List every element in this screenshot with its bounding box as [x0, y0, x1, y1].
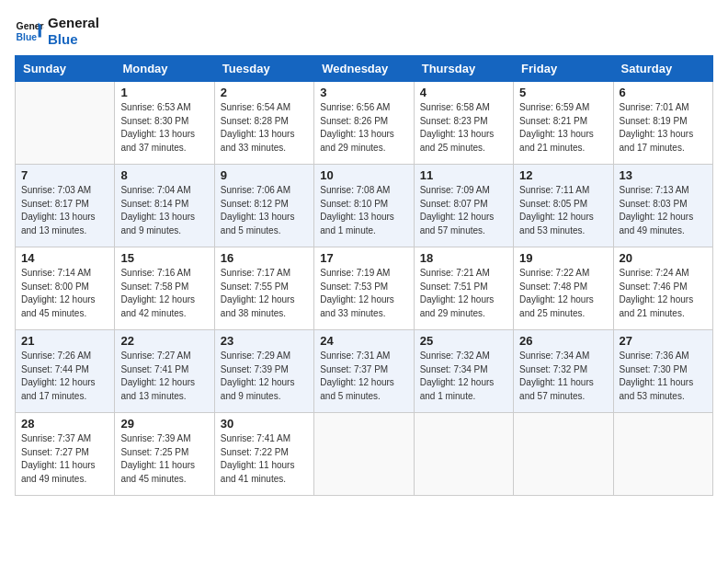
day-info: Sunrise: 6:56 AMSunset: 8:26 PMDaylight:… [320, 101, 407, 155]
page-header: General Blue General Blue [15, 15, 713, 48]
calendar-table: SundayMondayTuesdayWednesdayThursdayFrid… [15, 55, 713, 496]
logo-text-blue: Blue [48, 31, 99, 48]
calendar-cell: 12Sunrise: 7:11 AMSunset: 8:05 PMDayligh… [514, 165, 613, 247]
day-number: 9 [221, 168, 308, 182]
day-number: 3 [320, 86, 407, 99]
calendar-cell: 25Sunrise: 7:32 AMSunset: 7:34 PMDayligh… [414, 330, 513, 413]
day-info: Sunrise: 7:06 AMSunset: 8:12 PMDaylight:… [221, 184, 308, 237]
calendar-cell: 11Sunrise: 7:09 AMSunset: 8:07 PMDayligh… [414, 165, 513, 247]
day-number: 26 [519, 334, 607, 348]
day-info: Sunrise: 6:53 AMSunset: 8:30 PMDaylight:… [120, 101, 208, 155]
logo: General Blue General Blue [15, 15, 99, 48]
calendar-cell: 1Sunrise: 6:53 AMSunset: 8:30 PMDaylight… [115, 82, 214, 165]
calendar-cell: 28Sunrise: 7:37 AMSunset: 7:27 PMDayligh… [16, 413, 115, 496]
day-number: 12 [519, 168, 607, 182]
calendar-cell: 2Sunrise: 6:54 AMSunset: 8:28 PMDaylight… [214, 82, 313, 165]
calendar-cell: 23Sunrise: 7:29 AMSunset: 7:39 PMDayligh… [214, 330, 313, 413]
day-info: Sunrise: 7:29 AMSunset: 7:39 PMDaylight:… [221, 350, 308, 403]
day-info: Sunrise: 7:08 AMSunset: 8:10 PMDaylight:… [320, 184, 407, 237]
day-info: Sunrise: 6:58 AMSunset: 8:23 PMDaylight:… [420, 101, 507, 155]
calendar-cell: 16Sunrise: 7:17 AMSunset: 7:55 PMDayligh… [214, 247, 313, 330]
calendar-cell: 21Sunrise: 7:26 AMSunset: 7:44 PMDayligh… [16, 330, 115, 413]
day-info: Sunrise: 7:09 AMSunset: 8:07 PMDaylight:… [420, 184, 507, 237]
day-number: 30 [221, 417, 308, 431]
calendar-cell: 17Sunrise: 7:19 AMSunset: 7:53 PMDayligh… [314, 247, 414, 330]
day-number: 20 [620, 251, 707, 265]
week-row-1: 1Sunrise: 6:53 AMSunset: 8:30 PMDaylight… [16, 82, 713, 165]
day-number: 13 [620, 168, 707, 182]
calendar-cell: 29Sunrise: 7:39 AMSunset: 7:25 PMDayligh… [115, 413, 214, 496]
calendar-cell: 5Sunrise: 6:59 AMSunset: 8:21 PMDaylight… [514, 82, 613, 165]
day-number: 19 [519, 251, 607, 265]
calendar-cell: 22Sunrise: 7:27 AMSunset: 7:41 PMDayligh… [115, 330, 214, 413]
day-info: Sunrise: 7:16 AMSunset: 7:58 PMDaylight:… [120, 267, 208, 320]
calendar-cell: 4Sunrise: 6:58 AMSunset: 8:23 PMDaylight… [414, 82, 513, 165]
day-number: 21 [21, 334, 108, 348]
logo-icon: General Blue [15, 17, 44, 46]
day-info: Sunrise: 7:24 AMSunset: 7:46 PMDaylight:… [620, 267, 707, 320]
day-number: 18 [420, 251, 507, 265]
day-number: 11 [420, 168, 507, 182]
logo-text-general: General [48, 15, 99, 31]
day-info: Sunrise: 7:37 AMSunset: 7:27 PMDaylight:… [21, 432, 108, 486]
day-info: Sunrise: 6:54 AMSunset: 8:28 PMDaylight:… [221, 101, 308, 155]
weekday-header-sunday: Sunday [16, 56, 115, 82]
day-info: Sunrise: 7:13 AMSunset: 8:03 PMDaylight:… [620, 184, 707, 237]
day-number: 22 [120, 334, 208, 348]
calendar-body: 1Sunrise: 6:53 AMSunset: 8:30 PMDaylight… [16, 82, 713, 496]
day-number: 15 [120, 251, 208, 265]
day-info: Sunrise: 7:41 AMSunset: 7:22 PMDaylight:… [221, 432, 308, 486]
day-info: Sunrise: 7:27 AMSunset: 7:41 PMDaylight:… [120, 350, 208, 403]
calendar-cell: 10Sunrise: 7:08 AMSunset: 8:10 PMDayligh… [314, 165, 414, 247]
weekday-header-wednesday: Wednesday [314, 56, 414, 82]
week-row-5: 28Sunrise: 7:37 AMSunset: 7:27 PMDayligh… [16, 413, 713, 496]
day-info: Sunrise: 7:22 AMSunset: 7:48 PMDaylight:… [519, 267, 607, 320]
day-number: 17 [320, 251, 407, 265]
day-number: 7 [21, 168, 108, 182]
day-info: Sunrise: 6:59 AMSunset: 8:21 PMDaylight:… [519, 101, 607, 155]
day-info: Sunrise: 7:17 AMSunset: 7:55 PMDaylight:… [221, 267, 308, 320]
day-number: 24 [320, 334, 407, 348]
day-info: Sunrise: 7:11 AMSunset: 8:05 PMDaylight:… [519, 184, 607, 237]
day-info: Sunrise: 7:32 AMSunset: 7:34 PMDaylight:… [420, 350, 507, 403]
week-row-3: 14Sunrise: 7:14 AMSunset: 8:00 PMDayligh… [16, 247, 713, 330]
calendar-cell: 15Sunrise: 7:16 AMSunset: 7:58 PMDayligh… [115, 247, 214, 330]
calendar-cell [514, 413, 613, 496]
calendar-cell: 13Sunrise: 7:13 AMSunset: 8:03 PMDayligh… [613, 165, 712, 247]
calendar-cell: 19Sunrise: 7:22 AMSunset: 7:48 PMDayligh… [514, 247, 613, 330]
day-number: 5 [519, 86, 607, 99]
weekday-header-friday: Friday [514, 56, 613, 82]
weekday-header-thursday: Thursday [414, 56, 513, 82]
calendar-cell [613, 413, 712, 496]
calendar-cell: 9Sunrise: 7:06 AMSunset: 8:12 PMDaylight… [214, 165, 313, 247]
weekday-header-tuesday: Tuesday [214, 56, 313, 82]
calendar-cell: 18Sunrise: 7:21 AMSunset: 7:51 PMDayligh… [414, 247, 513, 330]
calendar-cell: 7Sunrise: 7:03 AMSunset: 8:17 PMDaylight… [16, 165, 115, 247]
calendar-cell: 26Sunrise: 7:34 AMSunset: 7:32 PMDayligh… [514, 330, 613, 413]
day-number: 23 [221, 334, 308, 348]
day-info: Sunrise: 7:04 AMSunset: 8:14 PMDaylight:… [120, 184, 208, 237]
day-number: 28 [21, 417, 108, 431]
day-number: 2 [221, 86, 308, 99]
calendar-cell: 14Sunrise: 7:14 AMSunset: 8:00 PMDayligh… [16, 247, 115, 330]
day-info: Sunrise: 7:01 AMSunset: 8:19 PMDaylight:… [620, 101, 707, 155]
day-info: Sunrise: 7:14 AMSunset: 8:00 PMDaylight:… [21, 267, 108, 320]
svg-text:Blue: Blue [17, 32, 38, 42]
calendar-cell: 20Sunrise: 7:24 AMSunset: 7:46 PMDayligh… [613, 247, 712, 330]
day-number: 14 [21, 251, 108, 265]
calendar-cell: 30Sunrise: 7:41 AMSunset: 7:22 PMDayligh… [214, 413, 313, 496]
weekday-header-monday: Monday [115, 56, 214, 82]
day-number: 1 [120, 86, 208, 99]
day-info: Sunrise: 7:21 AMSunset: 7:51 PMDaylight:… [420, 267, 507, 320]
day-info: Sunrise: 7:39 AMSunset: 7:25 PMDaylight:… [120, 432, 208, 486]
day-number: 8 [120, 168, 208, 182]
day-number: 16 [221, 251, 308, 265]
day-info: Sunrise: 7:03 AMSunset: 8:17 PMDaylight:… [21, 184, 108, 237]
day-number: 29 [120, 417, 208, 431]
week-row-4: 21Sunrise: 7:26 AMSunset: 7:44 PMDayligh… [16, 330, 713, 413]
day-info: Sunrise: 7:31 AMSunset: 7:37 PMDaylight:… [320, 350, 407, 403]
calendar-cell: 8Sunrise: 7:04 AMSunset: 8:14 PMDaylight… [115, 165, 214, 247]
calendar-header: SundayMondayTuesdayWednesdayThursdayFrid… [16, 56, 713, 82]
day-number: 6 [620, 86, 707, 99]
day-number: 4 [420, 86, 507, 99]
